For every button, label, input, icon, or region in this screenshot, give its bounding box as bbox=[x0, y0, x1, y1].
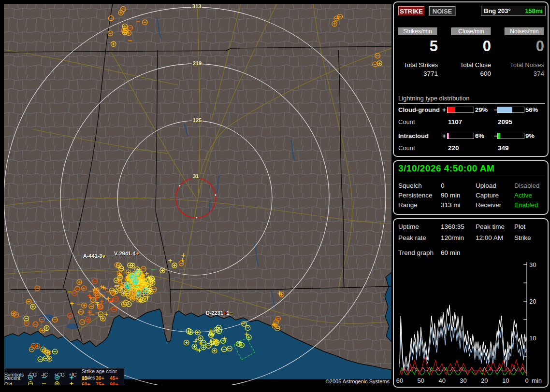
peak-time-value: 12:00 AM bbox=[476, 234, 503, 241]
y-tick-label: 20 bbox=[529, 298, 536, 305]
total-close-value: 600 bbox=[447, 70, 491, 77]
squelch-value: 0 bbox=[441, 182, 445, 189]
uptime-label: Uptime bbox=[398, 223, 419, 230]
legend-m-icon bbox=[41, 381, 47, 385]
map-canvas bbox=[4, 4, 391, 385]
persistence-label: Persistence bbox=[398, 192, 433, 199]
plot-label: Plot bbox=[514, 223, 525, 230]
cloud-ground-label: Cloud-ground bbox=[398, 106, 440, 113]
trend-graph-span: 60 min bbox=[441, 249, 461, 256]
lightning-map[interactable]: 31321912531A-441-3vV-2941-4+D-2231+1− Sy… bbox=[4, 4, 391, 385]
legend-age-value: 45+ bbox=[110, 375, 124, 381]
total-strikes-label: Total Strikes bbox=[394, 61, 438, 69]
capture-status: Active bbox=[514, 192, 532, 199]
legend-cm-icon bbox=[28, 381, 33, 385]
trend-graph-label: Trend graph bbox=[398, 249, 434, 256]
legend-row-recent: Recent15+30+45+ bbox=[4, 375, 124, 381]
legend-age-value: 15+ bbox=[82, 375, 96, 381]
legend-cp-icon bbox=[54, 375, 60, 380]
trend-graph-row: Trend graph 60 min bbox=[394, 249, 550, 256]
legend-row-label: Recent bbox=[4, 375, 28, 381]
noise-mode-button[interactable]: NOISE bbox=[429, 6, 456, 16]
statistics-section: STRIKE NOISE Bng 203° 158mi Strikes/min … bbox=[393, 1, 549, 157]
bearing-display: Bng 203° 158mi bbox=[481, 6, 546, 16]
peak-rate-row: Peak rate 120/min 12:00 AM Strike bbox=[394, 234, 550, 241]
copyright-text: ©2005 Astrogenic Systems bbox=[326, 378, 390, 385]
cg-minus-pct: 56% bbox=[525, 106, 538, 113]
legend-p-icon bbox=[69, 381, 74, 385]
intracloud-row: Intracloud + 6% − 9% bbox=[394, 132, 550, 139]
uptime-row: Uptime 1360:35 Peak time Plot bbox=[394, 223, 550, 230]
total-noises-label: Total Noises bbox=[500, 61, 544, 69]
legend-cp-icon bbox=[54, 381, 60, 385]
receiver-status: Enabled bbox=[514, 201, 538, 209]
bearing-range: 158mi bbox=[525, 6, 543, 15]
noises-per-min-value: 0 bbox=[500, 38, 544, 55]
legend-row-label: Old bbox=[4, 381, 28, 385]
squelch-label: Squelch bbox=[398, 182, 422, 189]
legend-age-value: 30+ bbox=[96, 375, 110, 381]
legend-age-value: 90+ bbox=[110, 381, 124, 385]
close-per-min-value: 0 bbox=[447, 38, 491, 55]
y-tick-label: 30 bbox=[529, 261, 536, 268]
receiver-label: Receiver bbox=[476, 201, 501, 209]
ic-plus-count: 220 bbox=[448, 144, 459, 152]
ic-plus-bar bbox=[447, 133, 474, 139]
ic-plus-pct: 6% bbox=[475, 132, 484, 140]
map-legend: Symbols-CG-IC+CG+ICStrike age color code… bbox=[4, 368, 124, 385]
chip-noises-per-min: Noises/min bbox=[505, 28, 544, 35]
status-row: Range 313 mi Receiver Enabled bbox=[394, 201, 550, 209]
cloud-ground-count-row: Count 1107 2095 bbox=[394, 118, 550, 125]
legend-age-value: 60+ bbox=[82, 381, 96, 385]
legend-header-row: Symbols-CG-IC+CG+ICStrike age color code… bbox=[4, 368, 124, 375]
legend-cm-icon bbox=[28, 375, 33, 380]
trend-series-close-strikes bbox=[400, 356, 527, 375]
cg-plus-pct: 29% bbox=[475, 106, 488, 113]
status-section: 3/10/2026 4:50:00 AM Squelch 0 Upload Di… bbox=[393, 160, 549, 215]
bearing-label: Bng 203° bbox=[484, 7, 511, 14]
status-row: Squelch 0 Upload Disabled bbox=[394, 182, 550, 189]
x-unit-label: min bbox=[532, 377, 542, 384]
peak-time-label: Peak time bbox=[476, 223, 505, 230]
trend-graph: 1020306050403020100min bbox=[394, 260, 550, 387]
trend-series-strikes-total bbox=[400, 305, 527, 367]
chip-strikes-per-min: Strikes/min bbox=[398, 28, 437, 35]
strike-mode-button[interactable]: STRIKE bbox=[398, 6, 425, 16]
intracloud-label: Intracloud bbox=[398, 132, 429, 140]
x-tick-label: 40 bbox=[438, 377, 445, 384]
plus-sign: + bbox=[442, 132, 446, 140]
persistence-value: 90 min bbox=[441, 192, 461, 199]
total-strikes-value: 3771 bbox=[394, 70, 438, 77]
distribution-title: Lightning type distribution bbox=[398, 95, 545, 104]
intracloud-count-row: Count 220 349 bbox=[394, 144, 550, 151]
uptime-value: 1360:35 bbox=[441, 223, 464, 230]
cg-plus-bar bbox=[447, 107, 474, 113]
upload-status: Disabled bbox=[514, 182, 540, 189]
count-label: Count bbox=[398, 144, 415, 152]
x-tick-label: 0 bbox=[525, 377, 528, 384]
peak-rate-value: 120/min bbox=[441, 234, 464, 241]
ic-minus-bar bbox=[497, 133, 524, 139]
x-tick-label: 30 bbox=[460, 377, 466, 384]
x-tick-label: 20 bbox=[481, 377, 488, 384]
total-close-label: Total Close bbox=[447, 61, 491, 69]
cg-plus-count: 1107 bbox=[448, 118, 462, 126]
ic-minus-pct: 9% bbox=[525, 132, 535, 140]
cg-minus-count: 2095 bbox=[498, 118, 512, 126]
total-noises-value: 374 bbox=[500, 70, 544, 77]
legend-p-icon bbox=[69, 375, 74, 380]
cloud-ground-row: Cloud-ground + 29% − 56% bbox=[394, 106, 550, 113]
count-label: Count bbox=[398, 118, 415, 126]
chip-close-per-min: Close/min bbox=[451, 28, 491, 35]
x-tick-label: 50 bbox=[418, 377, 424, 384]
y-tick-label: 10 bbox=[529, 335, 536, 342]
plus-sign: + bbox=[442, 106, 446, 113]
range-value: 313 mi bbox=[441, 201, 461, 209]
plot-mode-value: Strike bbox=[514, 234, 531, 241]
range-label: Range bbox=[398, 201, 418, 209]
x-tick-label: 10 bbox=[502, 377, 509, 384]
x-tick-label: 60 bbox=[396, 377, 403, 384]
status-row: Persistence 90 min Capture Active bbox=[394, 192, 550, 199]
legend-m-icon bbox=[41, 375, 47, 380]
legend-age-value: 75+ bbox=[96, 381, 110, 385]
